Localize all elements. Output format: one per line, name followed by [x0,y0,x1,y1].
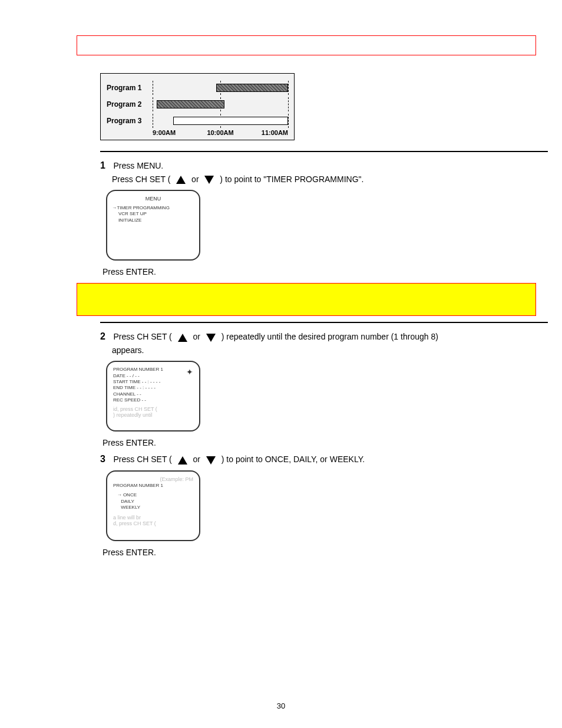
step-text-fragment: Press CH SET ( [112,174,170,184]
step-number: 3 [100,454,111,465]
step-text: Press ENTER. [103,267,156,276]
step-text: Press MENU. [113,161,163,170]
divider [100,151,548,152]
step-text-fragment: ) repeatedly until the desired program n… [222,332,438,341]
divider [100,322,548,323]
arrow-down-icon [206,456,216,465]
step-text-fragment: Press CH SET ( [113,332,171,341]
arrow-down-icon [206,334,216,342]
osd-title: MENU [113,196,193,203]
faint-bleed-text: id, press CH SET () repeatedly until [113,406,193,419]
step-3-after: Press ENTER. [100,547,548,558]
step-2-after: Press ENTER. [100,437,548,448]
osd-menu-item: INITIALIZE [118,218,142,223]
or-text: or [191,174,199,184]
osd-option: ONCE [123,492,137,498]
osd-line: END TIME - - : - - - - [113,385,193,391]
or-text: or [193,454,200,464]
step-number: 1 [100,160,111,171]
or-text: or [193,332,200,341]
step-text-fragment: ) to point to ONCE, DAILY, or WEEKLY. [222,454,365,464]
step-text-fragment: Press CH SET ( [113,454,171,464]
arrow-up-icon [176,176,186,184]
step-text-fragment: ) to point to "TIMER PROGRAMMING". [220,174,363,184]
timeline-time-label: 11:00AM [243,129,288,136]
osd-option: WEEKLY [121,505,140,510]
step-1: 1 Press MENU. Press CH SET ( or ) to poi… [100,160,548,184]
faint-bleed-text: (Example: PM [113,476,193,483]
osd-line: CHANNEL - - [113,391,193,397]
timeline-time-label: 10:00AM [198,129,243,136]
arrow-up-icon [178,334,187,342]
timeline-diagram: Program 1 Program 2 Program 3 [100,73,295,140]
timeline-row-label: Program 2 [107,100,153,108]
osd-menu-item: TIMER PROGRAMMING [117,205,170,210]
timeline-time-label: 9:00AM [153,129,198,136]
step-number: 2 [100,331,111,342]
step-2: 2 Press CH SET ( or ) repeatedly until t… [100,331,548,355]
step-text: Press ENTER. [103,438,156,447]
osd-line: START TIME - - : - - - - [113,379,193,385]
step-text-fragment: appears. [112,345,548,355]
arrow-down-icon [204,176,214,184]
red-outline-box-top [77,35,536,55]
timeline-row-label: Program 3 [107,117,153,125]
arrow-up-icon [178,456,187,465]
osd-option: DAILY [121,499,134,504]
osd-line: DATE - - / - - [113,373,193,379]
osd-menu-item: VCR SET UP [118,211,147,216]
step-text: Press ENTER. [103,548,156,557]
yellow-highlight-box [77,283,536,316]
timeline-row-label: Program 1 [107,84,153,92]
pointer-arrow-icon: → [112,205,117,211]
faint-bleed-text: a line will brd, press CH SET ( [113,515,193,528]
page-number: 30 [0,701,562,710]
step-3: 3 Press CH SET ( or ) to point to ONCE, … [100,454,548,465]
osd-line: PROGRAM NUMBER 1 [113,367,193,373]
osd-line: REC SPEED - - [113,397,193,403]
main-content: Program 1 Program 2 Program 3 [100,73,548,558]
osd-menu-screen: MENU → TIMER PROGRAMMING VCR SET UP INIT… [106,190,200,261]
osd-program-screen: ✦ PROGRAM NUMBER 1 DATE - - / - - START … [106,361,200,431]
step-1-after: Press ENTER. [100,266,548,277]
osd-line: PROGRAM NUMBER 1 [113,483,193,489]
blink-icon: ✦ [186,367,193,377]
osd-frequency-screen: (Example: PM PROGRAM NUMBER 1 → ONCE DAI… [106,470,200,541]
